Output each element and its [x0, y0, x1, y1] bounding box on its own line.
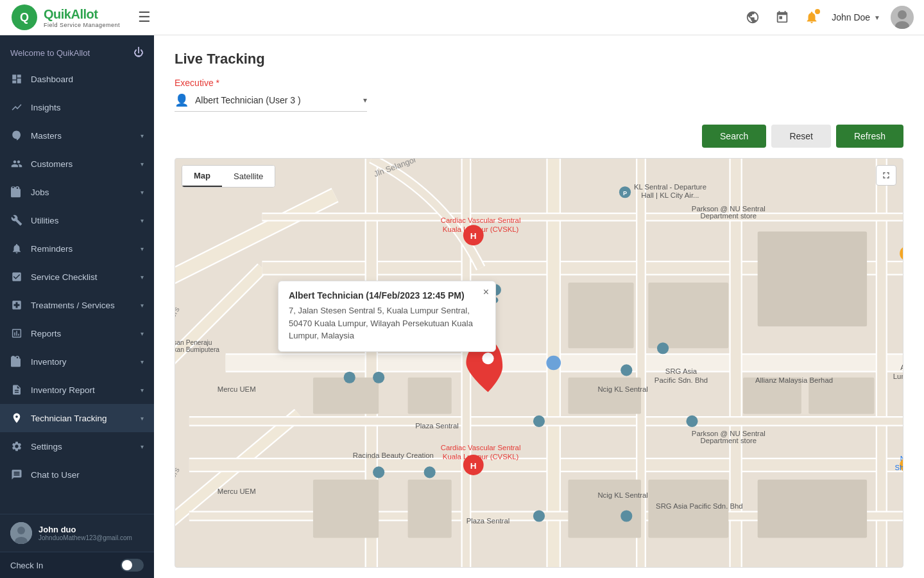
svg-rect-17 [313, 480, 379, 538]
sidebar-item-chat[interactable]: Chat to User [0, 460, 154, 489]
sidebar-item-utilities[interactable]: Utilities ▾ [0, 206, 154, 234]
technician-tracking-chevron: ▾ [141, 415, 144, 422]
sidebar-item-technician-tracking[interactable]: Technician Tracking ▾ [0, 404, 154, 432]
sidebar-label-customers: Customers [31, 159, 73, 169]
svg-point-3 [898, 10, 907, 19]
svg-point-33 [344, 372, 355, 383]
sidebar-item-treatments[interactable]: Treatments / Services ▾ [0, 291, 154, 319]
reset-button[interactable]: Reset [771, 125, 831, 148]
svg-text:Department store: Department store [700, 212, 757, 220]
svg-text:Aloft Kuala: Aloft Kuala [900, 363, 903, 371]
sidebar-item-inventory-report[interactable]: Inventory Report ▾ [0, 376, 154, 404]
dropdown-arrow-icon: ▾ [363, 96, 367, 105]
svg-text:Q: Q [20, 11, 29, 24]
svg-text:Shopping mall: Shopping mall [895, 464, 903, 471]
svg-text:P: P [623, 190, 627, 197]
svg-text:Lumpur Sentral: Lumpur Sentral [893, 372, 903, 380]
service-checklist-icon [10, 270, 23, 283]
inventory-report-icon [10, 383, 23, 396]
logo-icon: Q [10, 3, 38, 31]
reports-icon [10, 327, 23, 340]
svg-point-6 [17, 527, 25, 534]
sidebar-label-technician-tracking: Technician Tracking [31, 414, 107, 423]
refresh-button[interactable]: Refresh [836, 125, 903, 148]
required-star: * [214, 78, 219, 88]
svg-rect-16 [758, 232, 867, 327]
notification-bell-button[interactable] [802, 8, 821, 27]
calendar-icon-button[interactable] [773, 8, 792, 27]
svg-text:Yayasan Peneraju: Yayasan Peneraju [175, 339, 212, 346]
check-in-bar: Check In [0, 552, 154, 578]
globe-icon-button[interactable] [743, 8, 762, 27]
footer-avatar [10, 522, 32, 544]
executive-section: Executive * 👤 Albert Technician (User 3 … [175, 78, 903, 112]
sidebar-item-dashboard[interactable]: Dashboard [0, 65, 154, 93]
utilities-icon [10, 214, 23, 227]
popup-title: Albert Technician (14/Feb/2023 12:45 PM) [289, 290, 485, 301]
user-avatar-header[interactable] [891, 6, 914, 29]
svg-point-27 [546, 356, 561, 371]
check-in-toggle[interactable] [121, 559, 144, 572]
map-tab-satellite[interactable]: Satellite [222, 166, 275, 187]
masters-icon [10, 129, 23, 142]
chat-icon [10, 468, 23, 481]
svg-text:Plaza Sentral: Plaza Sentral [415, 422, 458, 430]
reminders-icon [10, 242, 23, 255]
sidebar-label-inventory: Inventory [31, 357, 67, 367]
top-header: Q QuikAllot Field Service Management ☰ J… [0, 0, 924, 35]
sidebar-item-reminders[interactable]: Reminders ▾ [0, 234, 154, 263]
svg-text:Mercu UEM: Mercu UEM [218, 385, 256, 393]
svg-text:Ncig KL Sentral: Ncig KL Sentral [597, 385, 647, 393]
executive-dropdown[interactable]: Albert Technician (User 3 ) [195, 95, 363, 105]
search-button[interactable]: Search [702, 125, 766, 148]
sidebar-item-insights[interactable]: Insights [0, 93, 154, 121]
header-right: John Doe ▼ [743, 6, 914, 29]
svg-text:Hall | KL City Air...: Hall | KL City Air... [641, 191, 699, 199]
executive-select-wrap: 👤 Albert Technician (User 3 ) ▾ [175, 93, 367, 112]
svg-point-55 [482, 353, 493, 364]
map-info-popup: × Albert Technician (14/Feb/2023 12:45 P… [278, 281, 496, 352]
svg-point-36 [657, 342, 669, 354]
svg-text:SRG Asia: SRG Asia [665, 367, 697, 375]
svg-text:Cardiac Vascular Sentral: Cardiac Vascular Sentral [441, 444, 521, 451]
app-tagline: Field Service Management [44, 22, 120, 28]
treatments-icon [10, 299, 23, 311]
svg-text:H: H [470, 461, 477, 471]
sidebar-label-masters: Masters [31, 131, 62, 141]
hamburger-menu[interactable]: ☰ [138, 9, 151, 26]
svg-text:Pacific Sdn. Bhd: Pacific Sdn. Bhd [654, 376, 708, 384]
sidebar-label-inventory-report: Inventory Report [31, 385, 95, 395]
svg-point-38 [686, 416, 697, 427]
map-tab-map[interactable]: Map [182, 166, 222, 187]
sidebar-item-customers[interactable]: Customers ▾ [0, 150, 154, 178]
map-background: Lorong Travers Lorong Travers Jln Selang… [175, 159, 903, 567]
person-icon: 👤 [175, 93, 189, 107]
sidebar-item-settings[interactable]: Settings ▾ [0, 432, 154, 460]
sidebar-item-reports[interactable]: Reports ▾ [0, 319, 154, 347]
svg-rect-12 [648, 283, 728, 348]
svg-point-34 [373, 372, 384, 383]
svg-point-39 [424, 466, 436, 478]
sidebar-item-inventory[interactable]: Inventory ▾ [0, 347, 154, 376]
sidebar-item-jobs[interactable]: Jobs ▾ [0, 178, 154, 206]
executive-label: Executive * [175, 78, 903, 88]
sidebar-label-utilities: Utilities [31, 216, 59, 225]
sidebar-label-jobs: Jobs [31, 188, 49, 197]
map-fullscreen-button[interactable] [876, 165, 896, 186]
sidebar-label-service-checklist: Service Checklist [31, 272, 98, 282]
popup-close-button[interactable]: × [483, 286, 489, 298]
footer-user-email: JohnduoMathew123@gmail.com [38, 534, 144, 541]
utilities-chevron: ▾ [141, 217, 144, 224]
svg-text:Cardiac Vascular Sentral: Cardiac Vascular Sentral [441, 216, 521, 224]
sidebar-item-masters[interactable]: Masters ▾ [0, 121, 154, 150]
service-checklist-chevron: ▾ [141, 274, 144, 281]
svg-rect-14 [408, 378, 452, 414]
sidebar-item-service-checklist[interactable]: Service Checklist ▾ [0, 263, 154, 291]
jobs-icon [10, 186, 23, 198]
masters-chevron: ▾ [141, 132, 144, 139]
power-icon[interactable]: ⏻ [133, 47, 144, 58]
svg-text:Mercu UEM: Mercu UEM [218, 487, 256, 495]
toggle-knob [122, 560, 132, 570]
user-menu[interactable]: John Doe ▼ [832, 12, 880, 22]
svg-text:Kuala Lumpur (CVSKL): Kuala Lumpur (CVSKL) [443, 225, 519, 233]
